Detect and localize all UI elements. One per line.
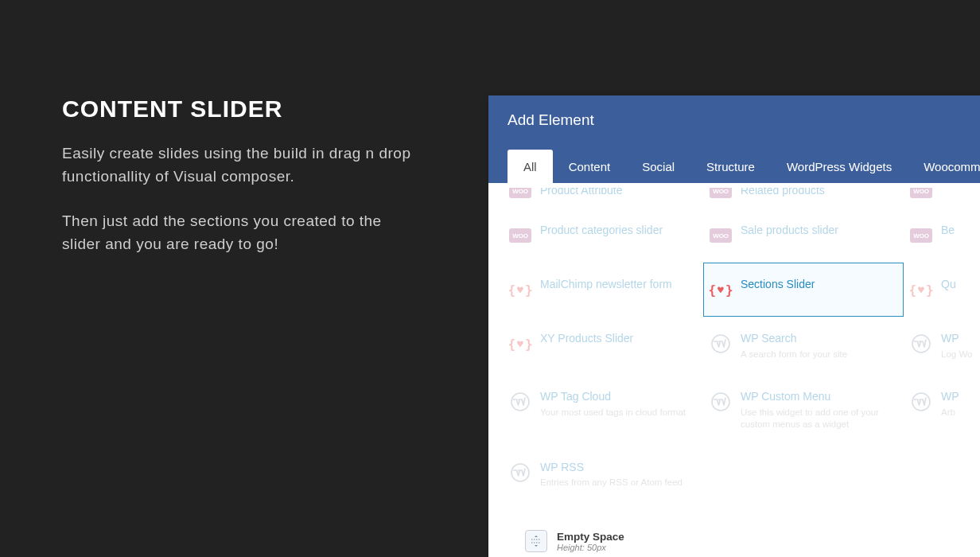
- svg-point-2: [511, 393, 529, 411]
- element-title: XY Products Slider: [540, 332, 633, 346]
- woocommerce-icon: WOO: [909, 188, 933, 203]
- promo-block: CONTENT SLIDER Easily create slides usin…: [62, 95, 412, 277]
- empty-space-desc: Height: 50px: [557, 543, 624, 552]
- tab-all[interactable]: All: [508, 150, 553, 183]
- promo-heading: CONTENT SLIDER: [62, 95, 412, 123]
- element-desc: Use this widget to add one of your custo…: [741, 407, 895, 430]
- empty-space-title: Empty Space: [557, 531, 624, 543]
- wordpress-icon: [508, 461, 532, 485]
- promo-paragraph-1: Easily create slides using the build in …: [62, 142, 412, 189]
- element-title: WP Custom Menu: [741, 390, 895, 404]
- element-tile[interactable]: WOO: [904, 188, 980, 208]
- modal-title: Add Element: [488, 95, 980, 145]
- element-title: WP RSS: [540, 461, 682, 475]
- svg-point-1: [912, 335, 930, 353]
- element-tile[interactable]: WOOBe: [904, 208, 980, 263]
- element-tile[interactable]: {♥}MailChimp newsletter form: [503, 263, 703, 317]
- element-desc: A search form for your site: [741, 349, 847, 360]
- element-title: WP: [941, 390, 959, 404]
- element-tile[interactable]: WOOSale products slider: [703, 208, 904, 263]
- wordpress-icon: [909, 390, 933, 414]
- element-title: Be: [941, 224, 955, 238]
- vc-heart-icon: {♥}: [508, 278, 532, 302]
- element-desc: Your most used tags in cloud format: [540, 407, 686, 419]
- element-title: Sale products slider: [741, 224, 838, 238]
- tab-social[interactable]: Social: [626, 150, 690, 183]
- element-title: WP Search: [741, 332, 847, 346]
- woocommerce-icon: WOO: [909, 224, 933, 247]
- empty-space-element[interactable]: Empty Space Height: 50px: [525, 530, 624, 552]
- promo-paragraph-2: Then just add the sections you created t…: [62, 209, 412, 256]
- element-desc: Entries from any RSS or Atom feed: [540, 477, 682, 489]
- svg-point-3: [712, 393, 729, 411]
- svg-point-4: [912, 393, 930, 411]
- woocommerce-icon: WOO: [508, 188, 532, 203]
- vc-heart-icon: {♥}: [709, 278, 733, 302]
- elements-area: WOOProduct AttributeWOORelated productsW…: [488, 183, 980, 520]
- element-tile[interactable]: WPArb: [904, 375, 980, 445]
- empty-space-icon: [525, 530, 547, 552]
- element-desc: Log Wo: [941, 349, 972, 360]
- tab-wordpress-widgets[interactable]: WordPress Widgets: [771, 150, 908, 183]
- element-tile[interactable]: WOORelated products: [703, 188, 904, 208]
- woocommerce-icon: WOO: [709, 188, 733, 203]
- element-tile[interactable]: {♥}XY Products Slider: [503, 317, 703, 375]
- element-tile[interactable]: WP SearchA search form for your site: [703, 317, 904, 375]
- tab-woocommerce[interactable]: Woocommerce: [908, 150, 980, 183]
- vc-heart-icon: {♥}: [909, 278, 933, 302]
- element-title: Related products: [741, 188, 825, 198]
- element-tile[interactable]: WP Tag CloudYour most used tags in cloud…: [503, 375, 703, 445]
- element-tile[interactable]: WP Custom MenuUse this widget to add one…: [703, 375, 904, 445]
- svg-point-5: [511, 464, 529, 481]
- wordpress-icon: [709, 332, 733, 356]
- element-tile[interactable]: WOOProduct Attribute: [503, 188, 703, 208]
- vc-heart-icon: {♥}: [508, 332, 532, 356]
- element-title: WP Tag Cloud: [540, 390, 686, 404]
- element-title: Product Attribute: [540, 188, 623, 198]
- category-tabs: AllContentSocialStructureWordPress Widge…: [488, 145, 980, 183]
- element-tile[interactable]: WP RSSEntries from any RSS or Atom feed: [503, 446, 703, 504]
- add-element-modal: Add Element AllContentSocialStructureWor…: [488, 95, 980, 557]
- wordpress-icon: [909, 332, 933, 356]
- woocommerce-icon: WOO: [709, 224, 733, 247]
- tab-content[interactable]: Content: [553, 150, 627, 183]
- element-title: WP: [941, 332, 972, 346]
- element-desc: Arb: [941, 407, 959, 419]
- element-tile[interactable]: {♥}Sections Slider: [703, 263, 904, 317]
- wordpress-icon: [709, 390, 733, 414]
- element-tile[interactable]: WOOProduct categories slider: [503, 208, 703, 263]
- element-title: Sections Slider: [741, 278, 815, 292]
- woocommerce-icon: WOO: [508, 224, 532, 247]
- element-tile[interactable]: WPLog Wo: [904, 317, 980, 375]
- element-tile[interactable]: {♥}Qu: [904, 263, 980, 317]
- tab-structure[interactable]: Structure: [690, 150, 771, 183]
- element-title: MailChimp newsletter form: [540, 278, 672, 292]
- element-title: Qu: [941, 278, 956, 292]
- element-title: Product categories slider: [540, 224, 663, 238]
- svg-point-0: [712, 335, 729, 353]
- wordpress-icon: [508, 390, 532, 414]
